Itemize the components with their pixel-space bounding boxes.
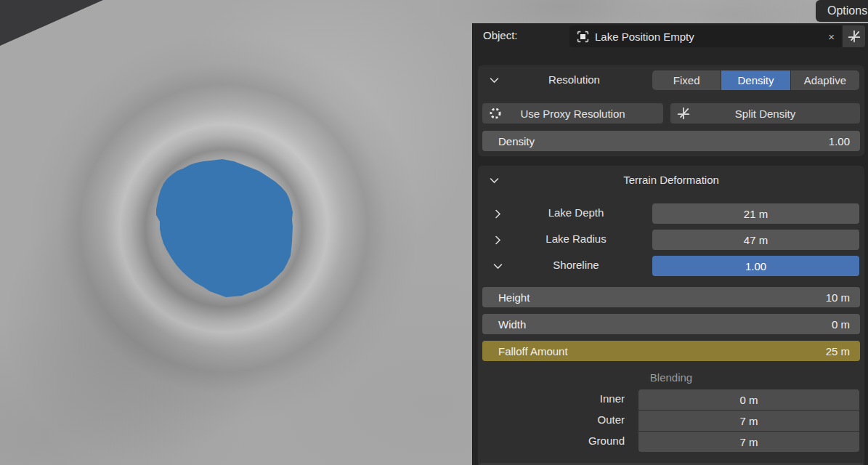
resolution-header[interactable]: Resolution Fixed Density Adaptive bbox=[478, 65, 864, 94]
use-proxy-resolution-label: Use Proxy Resolution bbox=[520, 108, 625, 120]
chevron-down-icon[interactable] bbox=[487, 73, 501, 87]
object-selector-label: Object: bbox=[483, 29, 518, 41]
blending-outer-field[interactable]: 7 m bbox=[638, 411, 859, 431]
blending-inner-value: 0 m bbox=[739, 394, 758, 406]
lake-radius-label: Lake Radius bbox=[507, 232, 645, 245]
lake-object[interactable] bbox=[138, 142, 320, 312]
shoreline-label: Shoreline bbox=[507, 259, 645, 271]
object-selector-row: Object: Lake Position Empty × bbox=[473, 25, 868, 47]
blending-ground-field[interactable]: 7 m bbox=[638, 432, 859, 452]
mode-adaptive-button[interactable]: Adaptive bbox=[791, 70, 859, 90]
mode-fixed-button[interactable]: Fixed bbox=[652, 70, 721, 90]
blending-inner-row: Inner 0 m bbox=[478, 389, 864, 410]
blending-outer-value: 7 m bbox=[739, 415, 758, 427]
terrain-deformation-header[interactable]: Terrain Deformation bbox=[478, 166, 864, 195]
split-density-toggle[interactable]: Split Density bbox=[670, 103, 860, 124]
empty-axes-icon bbox=[848, 30, 861, 43]
blending-outer-label: Outer bbox=[597, 413, 625, 426]
mode-density-button[interactable]: Density bbox=[721, 70, 790, 90]
density-slider-value: 1.00 bbox=[829, 135, 850, 147]
object-selector-field[interactable]: Lake Position Empty × bbox=[569, 25, 842, 47]
shoreline-value: 1.00 bbox=[745, 260, 766, 272]
object-selector-value: Lake Position Empty bbox=[595, 31, 822, 43]
lake-depth-value: 21 m bbox=[744, 208, 768, 220]
blending-ground-label: Ground bbox=[588, 434, 625, 447]
app-window: Options Object: Lake Position Empty × bbox=[0, 0, 868, 465]
viewport-corner-shape bbox=[0, 0, 109, 51]
chevron-right-icon[interactable] bbox=[490, 232, 505, 247]
blending-outer-row: Outer 7 m bbox=[478, 411, 864, 431]
panel-terrain-deformation: Terrain Deformation Lake Depth 21 m bbox=[478, 166, 864, 465]
object-eyedropper-button[interactable] bbox=[843, 25, 865, 47]
dashed-circle-icon bbox=[489, 107, 502, 120]
options-button-label: Options bbox=[827, 4, 867, 17]
split-density-label: Split Density bbox=[735, 108, 795, 120]
shoreline-field[interactable]: 1.00 bbox=[652, 256, 859, 276]
width-slider[interactable]: Width 0 m bbox=[482, 314, 860, 334]
lake-depth-field[interactable]: 21 m bbox=[652, 203, 859, 224]
lake-depth-row: Lake Depth 21 m bbox=[478, 203, 864, 224]
blending-inner-field[interactable]: 0 m bbox=[638, 389, 859, 410]
width-slider-label: Width bbox=[498, 318, 832, 331]
properties-panel: Object: Lake Position Empty × bbox=[472, 23, 868, 465]
falloff-amount-slider-value: 25 m bbox=[826, 345, 850, 357]
lake-depth-label: Lake Depth bbox=[507, 206, 645, 219]
panel-resolution: Resolution Fixed Density Adaptive Use Pr… bbox=[478, 65, 864, 156]
resolution-mode-segmented: Fixed Density Adaptive bbox=[652, 70, 859, 90]
chevron-right-icon[interactable] bbox=[490, 206, 505, 221]
height-slider-label: Height bbox=[498, 291, 826, 304]
lake-radius-field[interactable]: 47 m bbox=[652, 230, 859, 250]
shoreline-row: Shoreline 1.00 bbox=[478, 256, 864, 276]
chevron-down-icon[interactable] bbox=[490, 259, 505, 273]
blending-ground-row: Ground 7 m bbox=[478, 432, 864, 452]
falloff-amount-slider-label: Falloff Amount bbox=[498, 345, 826, 357]
clear-object-icon[interactable]: × bbox=[828, 31, 835, 42]
lake-radius-value: 47 m bbox=[744, 234, 768, 246]
blending-ground-value: 7 m bbox=[739, 436, 758, 448]
resolution-title: Resolution bbox=[507, 73, 641, 86]
height-slider[interactable]: Height 10 m bbox=[482, 287, 860, 307]
falloff-amount-slider[interactable]: Falloff Amount 25 m bbox=[482, 341, 860, 361]
empty-axes-icon bbox=[677, 107, 690, 120]
width-slider-value: 0 m bbox=[832, 318, 850, 331]
options-button[interactable]: Options bbox=[816, 0, 868, 22]
blending-label: Blending bbox=[478, 371, 864, 384]
terrain-deformation-title: Terrain Deformation bbox=[478, 174, 864, 186]
use-proxy-resolution-toggle[interactable]: Use Proxy Resolution bbox=[482, 103, 663, 124]
density-slider-label: Density bbox=[498, 135, 829, 147]
empty-object-icon bbox=[577, 31, 589, 43]
height-slider-value: 10 m bbox=[826, 291, 850, 304]
blending-inner-label: Inner bbox=[600, 392, 625, 405]
lake-radius-row: Lake Radius 47 m bbox=[478, 230, 864, 250]
density-slider[interactable]: Density 1.00 bbox=[482, 131, 860, 151]
